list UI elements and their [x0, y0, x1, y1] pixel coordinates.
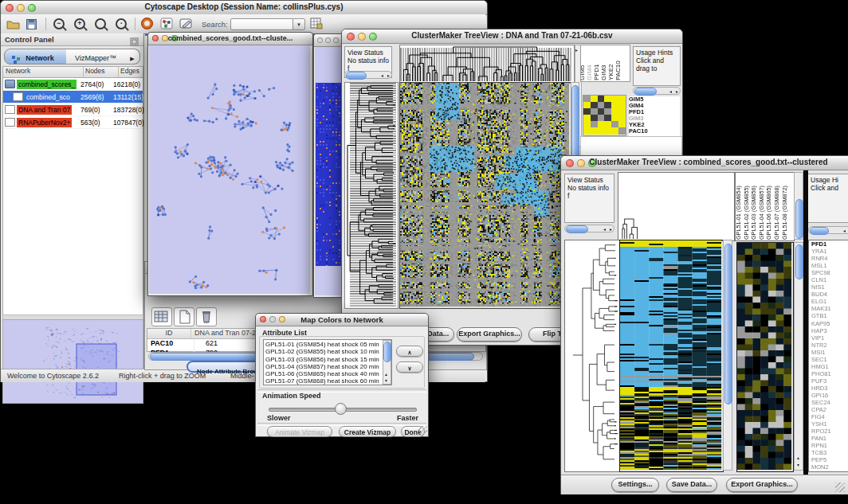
gene-label[interactable]: PHO81 — [811, 370, 848, 377]
network-view-titlebar[interactable]: combined_scores_good.txt--cluste... — [148, 33, 312, 45]
matrix-cell[interactable] — [618, 102, 626, 108]
tv2-column-label[interactable]: GPL51-03 (GSM856) — [750, 186, 757, 240]
matrix-cell[interactable] — [591, 102, 598, 108]
tv2-hints-hscroll-thumb[interactable] — [810, 227, 829, 235]
open-session-icon[interactable] — [6, 18, 20, 33]
gene-label[interactable]: FIG4 — [811, 413, 848, 420]
gene-label[interactable]: SEC1 — [811, 356, 848, 363]
tv2-row-dendrogram-canvas[interactable] — [565, 240, 618, 470]
gene-label[interactable]: PAN1 — [811, 435, 848, 442]
matrix-cell[interactable] — [591, 108, 598, 115]
matrix-cell[interactable] — [598, 102, 605, 108]
tv1-export-graphics-button[interactable]: Export Graphics... — [457, 327, 522, 342]
dense-network-canvas[interactable] — [316, 83, 342, 266]
gene-label[interactable]: CPA2 — [811, 406, 848, 413]
network-view-canvas-holder[interactable] — [149, 45, 310, 294]
matrix-cell[interactable] — [618, 127, 626, 134]
tv1-hints-hscroll-thumb[interactable] — [634, 88, 657, 96]
matrix-cell[interactable] — [583, 121, 591, 127]
tv1-status-hscroll-thumb[interactable] — [346, 72, 367, 80]
matrix-cell[interactable] — [591, 96, 598, 102]
scroll-down-icon[interactable]: ▾ — [797, 463, 799, 467]
matrix-cell[interactable] — [604, 121, 611, 127]
annotation-icon[interactable] — [179, 18, 193, 33]
tv1-global-heatmap[interactable] — [399, 82, 571, 309]
tv2-status-hscroll[interactable]: ◂ ▸ — [564, 225, 614, 232]
matrix-cell[interactable] — [591, 127, 598, 134]
new-attribute-icon[interactable] — [174, 307, 194, 326]
matrix-cell[interactable] — [611, 121, 618, 127]
matrix-cell[interactable] — [604, 96, 611, 102]
tv1-column-label[interactable]: GIM5 — [580, 64, 586, 80]
tv2-column-label[interactable]: GPL51-02 (GSM855) — [743, 186, 750, 240]
gene-label[interactable]: CLN1 — [811, 276, 848, 283]
tv2-column-label[interactable]: GPL51-06 (GSM865) — [765, 186, 772, 240]
attribute-list-item[interactable]: GPL51-04 (GSM857) heat shock 20 min — [265, 363, 390, 370]
tv1-status-hscroll[interactable]: ◂ ▸ — [344, 71, 392, 79]
matrix-cell[interactable] — [583, 115, 591, 121]
dense-network-body[interactable] — [315, 47, 343, 295]
tv1-column-label[interactable]: PFD1 — [593, 64, 600, 80]
tab-overflow-button[interactable]: ▶ — [125, 49, 140, 64]
save-session-icon[interactable] — [26, 18, 37, 33]
gene-label[interactable]: RPO21 — [811, 428, 848, 435]
strip-arrow-icon[interactable]: ▸ — [575, 48, 578, 53]
minimize-icon[interactable] — [325, 37, 331, 43]
attribute-list-item[interactable]: GPL51-07 (GSM868) heat shock 60 min — [265, 377, 390, 385]
tv1-hints-hscroll[interactable]: ◂ ▸ — [633, 87, 681, 95]
attribute-list-item[interactable]: GPL51-03 (GSM856) heat shock 15 min — [265, 356, 390, 363]
scroll-left-icon[interactable]: ◂ — [603, 227, 606, 232]
tv2-settings-button[interactable]: Settings... — [611, 478, 659, 492]
close-icon[interactable] — [317, 37, 323, 43]
tv1-row-dendrogram[interactable] — [344, 82, 398, 309]
matrix-cell[interactable] — [598, 96, 605, 102]
gene-label[interactable]: VIP1 — [811, 334, 848, 342]
gene-label[interactable]: HMG1 — [811, 363, 848, 370]
matrix-cell[interactable] — [583, 108, 591, 115]
gene-label[interactable]: ELG1 — [811, 298, 848, 305]
tv1-column-dendrogram[interactable] — [399, 45, 575, 84]
matrix-cell[interactable] — [604, 127, 611, 134]
matrix-cell[interactable] — [618, 96, 626, 102]
tv1-column-label[interactable]: GIM3 — [600, 64, 607, 80]
matrix-cell[interactable] — [591, 115, 598, 121]
tv2-column-dendrogram[interactable] — [618, 172, 735, 241]
matrix-cell[interactable] — [611, 102, 618, 108]
help-ring-icon[interactable] — [141, 18, 153, 33]
tv1-column-label[interactable]: YKE2 — [607, 64, 614, 80]
scroll-up-icon[interactable]: ▴ — [385, 372, 387, 377]
scroll-down-icon[interactable]: ▾ — [385, 378, 387, 383]
gene-label[interactable]: YSH1 — [811, 420, 848, 428]
tv1-zoom-heatmap[interactable] — [583, 95, 626, 136]
tv2-main-vscroll-thumb[interactable] — [724, 244, 732, 404]
tv2-global-heatmap[interactable] — [619, 240, 724, 472]
tv1-row-label[interactable]: PAC10 — [629, 128, 680, 135]
tv2-hints-hscroll[interactable]: ◂ ▸ — [808, 226, 848, 234]
move-attribute-down-button[interactable]: ∨ — [396, 361, 423, 373]
scroll-right-icon[interactable]: ▸ — [387, 73, 390, 78]
scroll-left-icon[interactable]: ◂ — [669, 89, 672, 94]
attribute-list-item[interactable]: GPL51-02 (GSM855) heat shock 10 min — [265, 348, 390, 355]
network-list-row[interactable]: combined_sco2569(6)13112(15) — [3, 91, 143, 104]
results-table-icon[interactable] — [310, 18, 323, 33]
move-attribute-up-button[interactable]: ∧ — [396, 346, 423, 357]
tv2-detail-vscroll-thumb[interactable] — [795, 244, 803, 279]
slider-thumb[interactable] — [335, 403, 347, 415]
tv2-column-label[interactable]: GPL51-04 (GSM857) — [758, 186, 765, 240]
matrix-cell[interactable] — [591, 121, 598, 127]
tv1-column-label[interactable]: GIM4 — [586, 64, 593, 80]
network-list-row[interactable]: combined_scores_2764(0)16218(0) — [3, 78, 143, 91]
tab-network[interactable]: Network — [4, 49, 68, 64]
scroll-left-icon[interactable]: ◂ — [381, 73, 383, 78]
attribute-list-item[interactable]: GPL51-01 (GSM854) heat shock 05 min — [265, 341, 390, 348]
gene-label[interactable]: PEP5 — [811, 456, 848, 463]
matrix-cell[interactable] — [598, 115, 605, 121]
tv2-column-label[interactable]: GPL51-01 (GSM854) — [735, 186, 742, 240]
float-panel-icon[interactable] — [130, 35, 139, 49]
create-vizmap-button[interactable]: Create Vizmap — [339, 426, 396, 437]
matrix-cell[interactable] — [583, 102, 591, 108]
gene-label[interactable]: PUF3 — [811, 377, 848, 385]
gene-label[interactable]: YRA1 — [811, 248, 848, 255]
gene-label[interactable]: MSL1 — [811, 262, 848, 269]
tv1-column-label[interactable]: PAC10 — [614, 61, 622, 80]
